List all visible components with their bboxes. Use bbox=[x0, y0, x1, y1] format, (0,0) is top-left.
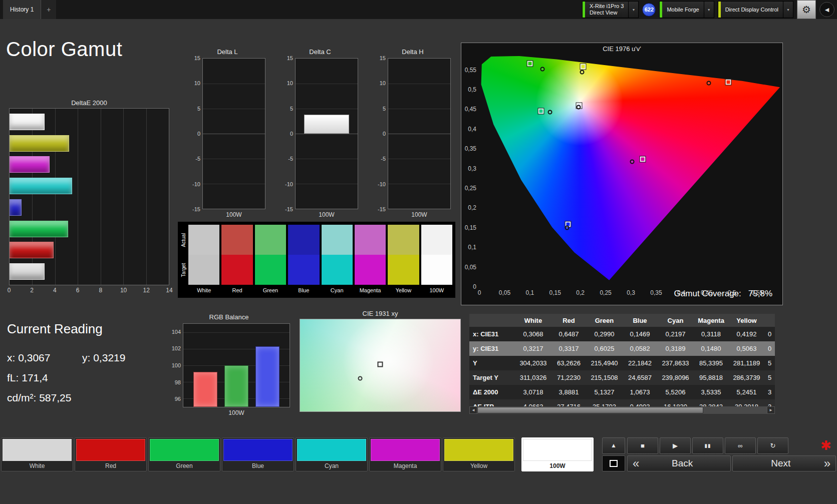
tick-label: -5 bbox=[195, 156, 200, 162]
back-button[interactable]: « Back bbox=[627, 455, 731, 472]
pause-button[interactable]: ▮▮ bbox=[692, 437, 723, 454]
tick-label: 104 bbox=[172, 329, 181, 335]
tick-label: 15 bbox=[287, 55, 293, 61]
actual-label-text: Actual bbox=[181, 233, 186, 247]
play-button[interactable]: ▶ bbox=[660, 437, 691, 454]
target-marker bbox=[378, 362, 383, 367]
display-control-dropdown[interactable]: Direct Display Control ▼ bbox=[718, 1, 793, 18]
table-cell: 85,3395 bbox=[693, 356, 729, 370]
deltae-bar-red bbox=[10, 242, 54, 258]
patch-button-yellow[interactable]: Yellow bbox=[443, 437, 515, 471]
measurement-count-badge: 622 bbox=[642, 3, 656, 17]
collapse-panel-button[interactable]: ◀ bbox=[819, 2, 834, 17]
y-value: 0,3219 bbox=[93, 352, 125, 363]
table-cell: 0,4192 bbox=[729, 327, 764, 341]
tick-label: 5 bbox=[197, 106, 200, 112]
chart-title: Delta L bbox=[189, 48, 265, 57]
swatch-row-labels: Actual Target bbox=[180, 225, 187, 296]
y-axis-labels: 151050-5-10-15 bbox=[282, 58, 295, 209]
tick-label: 96 bbox=[175, 396, 181, 402]
patch-label: Green bbox=[150, 462, 219, 470]
gridline bbox=[296, 184, 358, 184]
patch-button-magenta[interactable]: Magenta bbox=[369, 437, 441, 471]
target-swatch bbox=[421, 255, 452, 285]
app-window: History 1 + X-Rite i1Pro 3 Direct View ▼… bbox=[0, 0, 837, 504]
chevron-down-icon[interactable]: ▼ bbox=[783, 2, 793, 18]
tick-label: 14 bbox=[166, 287, 172, 294]
chart-title: CIE 1931 xy bbox=[300, 310, 461, 319]
abort-button[interactable]: ✱ bbox=[816, 437, 836, 454]
spacer bbox=[790, 437, 814, 454]
table-cell: 0 bbox=[764, 341, 775, 356]
reading-cd: cd/m²: 587,25 bbox=[7, 392, 125, 404]
measured-marker bbox=[576, 105, 581, 110]
table-scrollbar[interactable]: ◄ ► bbox=[469, 406, 775, 414]
tick-label: 0,35 bbox=[650, 289, 662, 296]
patch-button-white[interactable]: White bbox=[1, 437, 73, 471]
window-button[interactable] bbox=[602, 455, 625, 472]
swatch-label: Magenta bbox=[355, 287, 386, 293]
scrollbar-thumb[interactable] bbox=[477, 407, 703, 413]
swatch-label: Red bbox=[221, 287, 252, 293]
tab-history-1[interactable]: History 1 bbox=[3, 0, 41, 19]
tick-label: 15 bbox=[380, 55, 386, 61]
table-row-y-cie31[interactable]: y: CIE310,32170,33170,60250,05820,31890,… bbox=[469, 341, 775, 356]
scrollbar-track[interactable] bbox=[477, 406, 767, 414]
next-button[interactable]: Next » bbox=[732, 455, 836, 472]
scroll-left-button[interactable]: ◄ bbox=[469, 406, 477, 414]
transport-main: ■ ▶ ▮▮ ∞ ↻ ✱ « Back Next » bbox=[627, 437, 836, 471]
table-cell: 304,2033 bbox=[515, 356, 551, 370]
y-axis-labels: 1041021009896 bbox=[168, 323, 183, 407]
chevron-down-icon[interactable]: ▼ bbox=[628, 2, 638, 18]
tick-label: 15 bbox=[194, 55, 200, 61]
swatch-column-cyan: Cyan bbox=[322, 225, 353, 296]
add-tab-button[interactable]: + bbox=[41, 0, 56, 19]
target-swatch bbox=[355, 255, 386, 285]
tick-label: 102 bbox=[172, 345, 181, 351]
tick-label: 0 bbox=[8, 287, 11, 294]
tick-label: 0,1 bbox=[468, 244, 476, 251]
plot-area bbox=[388, 58, 451, 209]
patch-button-blue[interactable]: Blue bbox=[222, 437, 294, 471]
settings-button[interactable]: ⚙ bbox=[797, 0, 816, 19]
table-row-x-cie31[interactable]: x: CIE310,30680,64870,29900,14690,21970,… bbox=[469, 327, 775, 341]
swatch-column-red: Red bbox=[221, 225, 252, 296]
tick-label: 10 bbox=[194, 80, 200, 86]
fl-value: 171,4 bbox=[22, 372, 48, 384]
transport-controls: ▲ ■ ▶ ▮▮ ∞ ↻ ✱ « Back Next » bbox=[602, 437, 836, 471]
topbar-right-cluster: X-Rite i1Pro 3 Direct View ▼ 622 Mobile … bbox=[582, 0, 837, 19]
table-row-y[interactable]: Y304,203363,2626215,494022,1842237,86338… bbox=[469, 356, 775, 370]
current-reading-title: Current Reading bbox=[7, 321, 125, 337]
patch-button-100w[interactable]: 100W bbox=[521, 437, 594, 471]
tick-label: 0,05 bbox=[465, 264, 476, 271]
meter-dropdown[interactable]: X-Rite i1Pro 3 Direct View ▼ bbox=[582, 1, 639, 18]
chart-title: DeltaE 2000 bbox=[9, 99, 169, 108]
patch-button-red[interactable]: Red bbox=[75, 437, 147, 471]
table-header-cell: Cyan bbox=[658, 314, 693, 327]
chevron-down-icon[interactable]: ▼ bbox=[704, 2, 714, 18]
table-header-cell: Magenta bbox=[693, 314, 729, 327]
continuous-button[interactable]: ∞ bbox=[725, 437, 756, 454]
chart-body: 151050-5-10-15 bbox=[189, 58, 265, 209]
tick-label: -15 bbox=[192, 206, 200, 212]
swatch-label: Cyan bbox=[322, 287, 353, 293]
patch-label: White bbox=[3, 462, 72, 470]
swatch-column-100w: 100W bbox=[421, 225, 452, 296]
refresh-button[interactable]: ↻ bbox=[757, 437, 788, 454]
table-row-target-y[interactable]: Target Y311,032671,2230215,150824,658723… bbox=[469, 370, 775, 385]
scroll-right-button[interactable]: ► bbox=[767, 406, 775, 414]
gridline bbox=[203, 84, 265, 84]
up-arrow-button[interactable]: ▲ bbox=[602, 437, 625, 454]
measured-marker bbox=[565, 225, 570, 230]
source-dropdown[interactable]: Mobile Forge ▼ bbox=[659, 1, 714, 18]
swatch-label: Green bbox=[255, 287, 286, 293]
measured-marker bbox=[580, 70, 584, 74]
patch-button-cyan[interactable]: Cyan bbox=[296, 437, 368, 471]
patch-button-green[interactable]: Green bbox=[148, 437, 220, 471]
table-row--e-2000[interactable]: ΔE 20003,07183,88815,13271,06735,52063,5… bbox=[469, 385, 775, 399]
tick-label: 0,35 bbox=[465, 145, 476, 152]
stop-button[interactable]: ■ bbox=[627, 437, 658, 454]
rgb-bar-red bbox=[193, 372, 217, 407]
chromaticity-horseshoe bbox=[479, 56, 780, 287]
table-cell: 22,1842 bbox=[622, 356, 658, 370]
